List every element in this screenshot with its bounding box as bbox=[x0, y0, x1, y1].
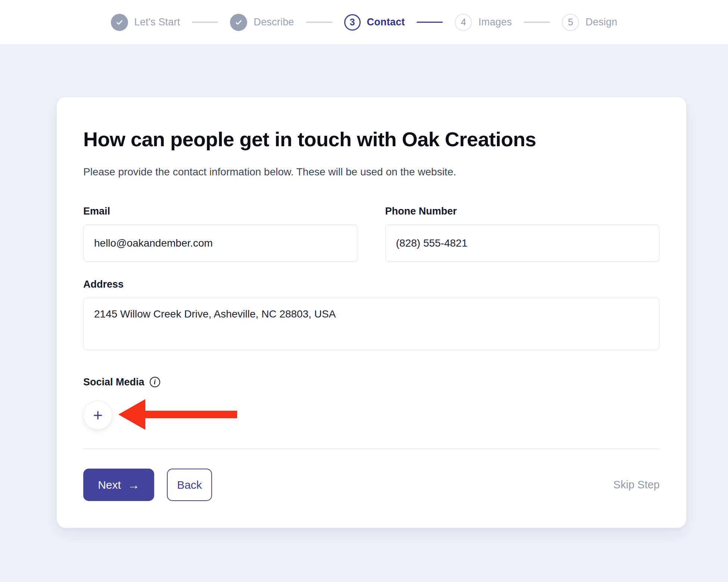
page-subtitle: Please provide the contact information b… bbox=[83, 165, 660, 178]
annotation-arrow-shaft bbox=[144, 411, 237, 418]
next-button[interactable]: Next → bbox=[83, 469, 154, 501]
phone-field-block: Phone Number bbox=[385, 205, 660, 262]
email-phone-row: Email Phone Number bbox=[83, 205, 660, 262]
wizard-stepper: Let's Start Describe 3 Contact 4 Images … bbox=[111, 14, 617, 31]
next-button-label: Next bbox=[98, 479, 121, 491]
step-connector bbox=[306, 22, 332, 23]
phone-label: Phone Number bbox=[385, 205, 660, 217]
contact-step-card: How can people get in touch with Oak Cre… bbox=[57, 97, 686, 528]
email-field-block: Email bbox=[83, 205, 358, 262]
step-number-badge: 3 bbox=[344, 14, 361, 31]
step-connector bbox=[192, 22, 218, 23]
step-connector bbox=[524, 22, 550, 23]
step-label: Images bbox=[478, 16, 512, 28]
step-label: Contact bbox=[367, 16, 405, 28]
annotation-arrow-head bbox=[118, 399, 145, 430]
check-icon bbox=[111, 14, 128, 31]
step-label: Design bbox=[585, 16, 617, 28]
social-media-label-text: Social Media bbox=[83, 376, 144, 388]
page-title: How can people get in touch with Oak Cre… bbox=[83, 127, 660, 152]
back-button-label: Back bbox=[177, 479, 202, 491]
step-contact-current[interactable]: 3 Contact bbox=[344, 14, 405, 31]
step-connector-active bbox=[417, 22, 443, 23]
address-field-block: Address 2145 Willow Creek Drive, Ashevil… bbox=[83, 278, 660, 351]
step-describe[interactable]: Describe bbox=[230, 14, 294, 31]
email-input[interactable] bbox=[83, 225, 358, 262]
back-button[interactable]: Back bbox=[167, 469, 212, 501]
add-social-media-button[interactable]: + bbox=[83, 401, 112, 430]
phone-input[interactable] bbox=[385, 225, 660, 262]
check-icon bbox=[230, 14, 247, 31]
address-label: Address bbox=[83, 278, 660, 290]
footer-actions: Next → Back Skip Step bbox=[83, 469, 660, 501]
plus-icon: + bbox=[93, 407, 103, 423]
social-media-actions: + bbox=[83, 401, 660, 430]
step-lets-start[interactable]: Let's Start bbox=[111, 14, 180, 31]
step-label: Describe bbox=[253, 16, 294, 28]
info-icon[interactable]: i bbox=[150, 377, 160, 387]
arrow-right-icon: → bbox=[128, 479, 140, 491]
email-label: Email bbox=[83, 205, 358, 217]
step-design[interactable]: 5 Design bbox=[562, 14, 617, 31]
step-label: Let's Start bbox=[134, 16, 180, 28]
footer-divider bbox=[83, 448, 660, 449]
wizard-header: Let's Start Describe 3 Contact 4 Images … bbox=[0, 0, 728, 45]
skip-step-link[interactable]: Skip Step bbox=[613, 479, 660, 491]
annotation-arrow-icon bbox=[118, 399, 237, 430]
address-input[interactable]: 2145 Willow Creek Drive, Asheville, NC 2… bbox=[83, 298, 660, 350]
social-media-block: Social Media i + bbox=[83, 376, 660, 430]
social-media-label: Social Media i bbox=[83, 376, 660, 388]
step-number-badge: 4 bbox=[455, 14, 472, 31]
step-number-badge: 5 bbox=[562, 14, 579, 31]
step-images[interactable]: 4 Images bbox=[455, 14, 512, 31]
